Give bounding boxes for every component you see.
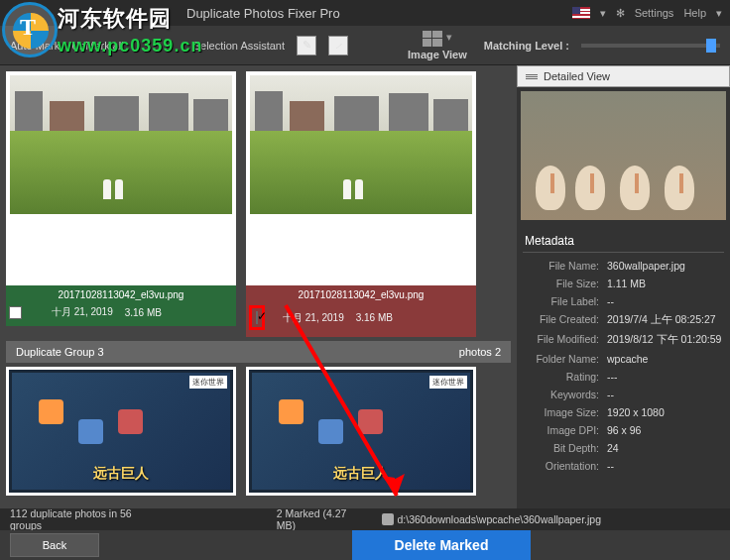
group-label: Duplicate Group 3	[16, 346, 104, 358]
duplicate-row-2: 迷你世界 远古巨人 迷你世界 远古巨人	[6, 367, 511, 496]
metadata-row: Orientation:--	[523, 457, 724, 475]
photo-size: 3.16 MB	[356, 312, 393, 323]
photo-filename: 20171028113042_el3vu.png	[6, 289, 236, 300]
metadata-value: 2019/8/12 下午 01:20:59	[607, 333, 721, 347]
game-badge: 迷你世界	[429, 376, 467, 389]
help-dropdown[interactable]: ▾	[716, 7, 722, 20]
matching-slider[interactable]	[581, 44, 720, 48]
metadata-value: 2019/7/4 上午 08:25:27	[607, 313, 716, 327]
metadata-title: Metadata	[523, 230, 724, 253]
settings-gear-icon[interactable]: ✻	[616, 7, 625, 20]
view-dropdown-icon[interactable]: ▾	[446, 31, 452, 47]
photo-card[interactable]: 20171028113042_el3vu.png 十月 21, 2019 3.1…	[6, 71, 236, 337]
metadata-value: --	[607, 389, 614, 400]
status-groups: 112 duplicate photos in 56 groups	[10, 507, 138, 531]
metadata-key: File Created:	[523, 313, 607, 327]
photo-thumbnail	[250, 75, 472, 214]
metadata-value: 1920 x 1080	[607, 406, 665, 418]
metadata-key: File Modified:	[523, 333, 607, 347]
metadata-value: wpcache	[607, 353, 648, 365]
metadata-row: Bit Depth:24	[523, 439, 724, 457]
status-path: d:\360downloads\wpcache\360wallpaper.jpg	[382, 513, 601, 525]
matching-level-label: Matching Level :	[484, 40, 569, 52]
assistant-icon[interactable]: ⟋	[328, 36, 348, 56]
metadata-row: File Name:360wallpaper.jpg	[523, 257, 724, 275]
metadata-key: Keywords:	[523, 389, 607, 400]
locale-flag-icon[interactable]	[572, 7, 590, 19]
photo-caption: 20171028113042_el3vu.png 十月 21, 2019 3.1…	[6, 285, 236, 326]
help-link[interactable]: Help	[683, 7, 706, 19]
detail-panel: Detailed View Metadata File Name:360wall…	[517, 65, 730, 530]
watermark-url: www.pc0359.cn	[58, 36, 202, 56]
footer: Back Delete Marked	[0, 530, 730, 560]
metadata-key: Orientation:	[523, 460, 607, 472]
photo-thumbnail	[10, 75, 232, 214]
metadata-row: Rating:---	[523, 368, 724, 386]
metadata-row: File Modified:2019/8/12 下午 01:20:59	[523, 330, 724, 350]
metadata-row: File Size:1.11 MB	[523, 275, 724, 292]
photo-date: 十月 21, 2019	[283, 311, 344, 325]
slider-knob[interactable]	[706, 39, 716, 53]
photo-checkbox[interactable]	[256, 311, 258, 324]
highlight-box	[249, 305, 265, 330]
back-button[interactable]: Back	[10, 533, 99, 557]
metadata-value: --	[607, 295, 614, 307]
wand-icon[interactable]: ✎	[297, 36, 316, 56]
status-marked: 2 Marked (4.27 MB)	[277, 507, 352, 531]
locale-dropdown[interactable]: ▾	[600, 7, 606, 20]
app-title: Duplicate Photos Fixer Pro	[186, 6, 340, 21]
photo-filename: 20171028113042_el3vu.png	[246, 289, 476, 300]
selection-group: Selection Assistant ✎ ⟋	[193, 36, 348, 56]
view-group: ▾ Image View	[408, 31, 467, 60]
photo-card[interactable]: 迷你世界 远古巨人	[6, 367, 236, 496]
status-path-text: d:\360downloads\wpcache\360wallpaper.jpg	[398, 513, 601, 525]
image-view-label: Image View	[408, 49, 467, 60]
list-icon	[526, 74, 538, 79]
metadata-value: --	[607, 460, 614, 472]
metadata-section: Metadata File Name:360wallpaper.jpgFile …	[517, 224, 730, 481]
metadata-key: Bit Depth:	[523, 442, 607, 454]
status-bar: 112 duplicate photos in 56 groups 2 Mark…	[0, 508, 730, 530]
photo-caption: 20171028113042_el3vu.png 十月 21, 2019 3.1…	[246, 285, 476, 337]
disk-icon	[382, 513, 394, 525]
delete-marked-button[interactable]: Delete Marked	[352, 530, 531, 560]
content-area: 20171028113042_el3vu.png 十月 21, 2019 3.1…	[0, 65, 730, 530]
watermark-brand: 河东软件园	[58, 4, 172, 34]
game-title: 远古巨人	[93, 465, 149, 483]
group-count: photos 2	[459, 346, 501, 358]
metadata-key: Folder Name:	[523, 353, 607, 365]
photo-size: 3.16 MB	[125, 307, 162, 318]
view-icons: ▾	[423, 31, 452, 47]
matching-group: Matching Level :	[484, 40, 720, 52]
metadata-row: Keywords:--	[523, 386, 724, 403]
titlebar-right: ▾ ✻ Settings Help ▾	[572, 7, 722, 20]
metadata-row: File Created:2019/7/4 上午 08:25:27	[523, 310, 724, 330]
metadata-value: 360wallpaper.jpg	[607, 260, 685, 272]
metadata-row: Image DPI:96 x 96	[523, 421, 724, 439]
metadata-key: File Name:	[523, 260, 607, 272]
preview-image	[521, 91, 726, 220]
duplicates-panel: 20171028113042_el3vu.png 十月 21, 2019 3.1…	[0, 65, 517, 530]
metadata-row: Folder Name:wpcache	[523, 350, 724, 368]
detailed-view-bar[interactable]: Detailed View	[517, 65, 730, 87]
settings-link[interactable]: Settings	[635, 7, 674, 19]
metadata-value: 96 x 96	[607, 424, 641, 436]
metadata-row: Image Size:1920 x 1080	[523, 403, 724, 421]
group-header[interactable]: Duplicate Group 3 photos 2	[6, 341, 511, 363]
metadata-key: File Size:	[523, 278, 607, 289]
metadata-key: Rating:	[523, 371, 607, 383]
photo-card[interactable]: 迷你世界 远古巨人	[246, 367, 476, 496]
metadata-key: Image DPI:	[523, 424, 607, 436]
photo-checkbox[interactable]	[9, 306, 22, 319]
metadata-key: File Label:	[523, 295, 607, 307]
duplicate-row-1: 20171028113042_el3vu.png 十月 21, 2019 3.1…	[6, 71, 511, 337]
metadata-key: Image Size:	[523, 406, 607, 418]
metadata-value: 24	[607, 442, 619, 454]
grid-view-icon[interactable]	[423, 31, 442, 47]
photo-date: 十月 21, 2019	[52, 305, 113, 319]
detailed-view-label: Detailed View	[544, 70, 610, 82]
photo-card[interactable]: 20171028113042_el3vu.png 十月 21, 2019 3.1…	[246, 71, 476, 337]
game-badge: 迷你世界	[189, 376, 227, 389]
game-title: 远古巨人	[333, 465, 389, 483]
watermark-logo: T	[0, 0, 61, 61]
